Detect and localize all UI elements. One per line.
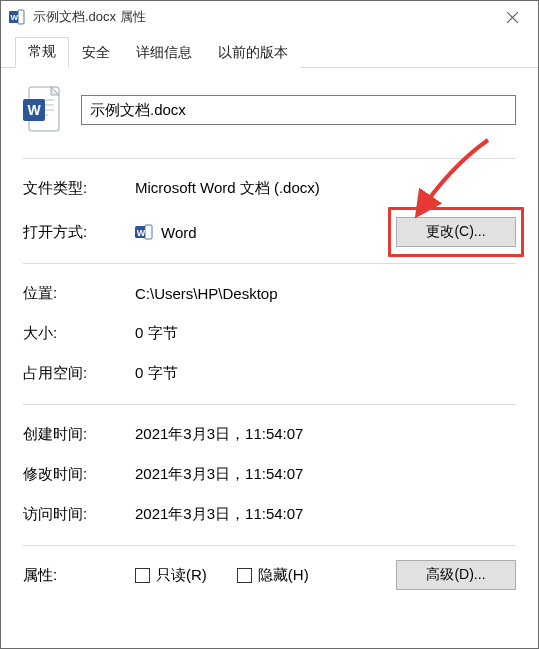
label-accessed: 访问时间: [23, 505, 135, 524]
separator [23, 404, 516, 405]
value-filetype: Microsoft Word 文档 (.docx) [135, 179, 516, 198]
row-attributes: 属性: 只读(R) 隐藏(H) 高级(D)... [23, 558, 516, 592]
close-button[interactable] [492, 3, 532, 31]
value-size: 0 字节 [135, 324, 516, 343]
change-button[interactable]: 更改(C)... [396, 217, 516, 247]
svg-rect-1 [18, 10, 24, 24]
attribute-checkboxes: 只读(R) 隐藏(H) [135, 566, 309, 585]
svg-text:W: W [11, 13, 19, 22]
row-size: 大小: 0 字节 [23, 316, 516, 350]
filename-input[interactable] [81, 95, 516, 125]
advanced-button-wrap: 高级(D)... [396, 560, 516, 590]
word-app-icon: W [135, 223, 153, 241]
word-icon: W [9, 9, 25, 25]
svg-rect-14 [145, 225, 152, 239]
label-location: 位置: [23, 284, 135, 303]
checkbox-readonly-label: 只读(R) [156, 566, 207, 585]
properties-dialog: W 示例文档.docx 属性 常规 安全 详细信息 以前的版本 [0, 0, 539, 649]
tab-content-general: W 文件类型: Microsoft Word 文档 (.docx) 打开方式: … [1, 68, 538, 648]
checkbox-box [237, 568, 252, 583]
value-accessed: 2021年3月3日，11:54:07 [135, 505, 516, 524]
value-opens-with: W Word 更改(C)... [135, 217, 516, 247]
row-modified: 修改时间: 2021年3月3日，11:54:07 [23, 457, 516, 491]
label-size: 大小: [23, 324, 135, 343]
document-icon: W [23, 86, 63, 134]
value-modified: 2021年3月3日，11:54:07 [135, 465, 516, 484]
value-location: C:\Users\HP\Desktop [135, 285, 516, 302]
titlebar: W 示例文档.docx 属性 [1, 1, 538, 33]
row-size-on-disk: 占用空间: 0 字节 [23, 356, 516, 390]
filename-row: W [23, 86, 516, 134]
checkbox-hidden-label: 隐藏(H) [258, 566, 309, 585]
tab-previous-versions[interactable]: 以前的版本 [205, 38, 301, 68]
separator [23, 545, 516, 546]
label-created: 创建时间: [23, 425, 135, 444]
window-title: 示例文档.docx 属性 [33, 8, 492, 26]
opens-with-app-name: Word [161, 224, 197, 241]
change-button-wrap: 更改(C)... [396, 217, 516, 247]
svg-text:W: W [27, 102, 41, 118]
row-filetype: 文件类型: Microsoft Word 文档 (.docx) [23, 171, 516, 205]
close-icon [507, 12, 518, 23]
label-opens-with: 打开方式: [23, 223, 135, 242]
tab-general[interactable]: 常规 [15, 37, 69, 68]
checkbox-readonly[interactable]: 只读(R) [135, 566, 207, 585]
label-attributes: 属性: [23, 566, 135, 585]
value-size-on-disk: 0 字节 [135, 364, 516, 383]
separator [23, 263, 516, 264]
row-accessed: 访问时间: 2021年3月3日，11:54:07 [23, 497, 516, 531]
row-created: 创建时间: 2021年3月3日，11:54:07 [23, 417, 516, 451]
checkbox-box [135, 568, 150, 583]
label-modified: 修改时间: [23, 465, 135, 484]
separator [23, 158, 516, 159]
row-location: 位置: C:\Users\HP\Desktop [23, 276, 516, 310]
tab-details[interactable]: 详细信息 [123, 38, 205, 68]
tab-strip: 常规 安全 详细信息 以前的版本 [1, 33, 538, 68]
label-size-on-disk: 占用空间: [23, 364, 135, 383]
row-opens-with: 打开方式: W Word 更改(C)... [23, 215, 516, 249]
tab-security[interactable]: 安全 [69, 38, 123, 68]
svg-text:W: W [137, 228, 146, 238]
checkbox-hidden[interactable]: 隐藏(H) [237, 566, 309, 585]
advanced-button[interactable]: 高级(D)... [396, 560, 516, 590]
value-attributes: 只读(R) 隐藏(H) 高级(D)... [135, 560, 516, 590]
label-filetype: 文件类型: [23, 179, 135, 198]
value-created: 2021年3月3日，11:54:07 [135, 425, 516, 444]
